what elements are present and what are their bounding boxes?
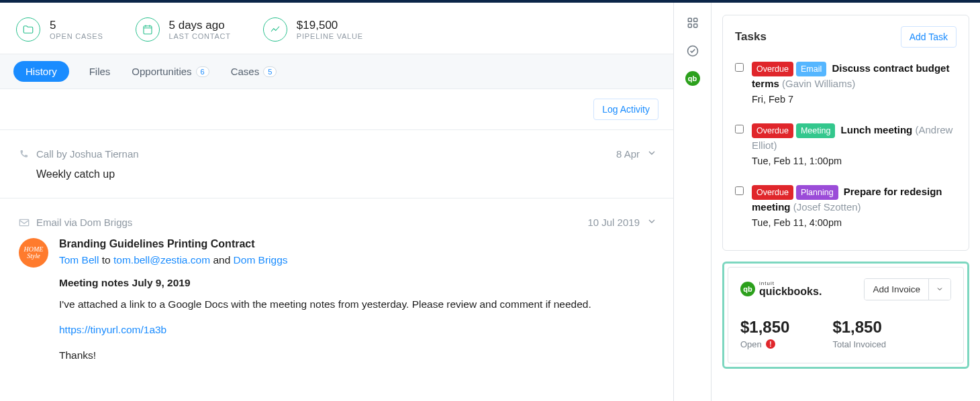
chevron-down-icon[interactable] [646, 216, 657, 229]
task-title: Lunch meeting [838, 124, 915, 135]
tasks-header: Tasks [735, 30, 767, 44]
tab-cases-label: Cases [231, 66, 260, 77]
sender-avatar: HOME Style [19, 238, 48, 268]
task-checkbox[interactable] [735, 125, 744, 133]
feed-item-email[interactable]: Email via Dom Briggs 10 Jul 2019 HOME St… [0, 198, 673, 392]
quickbooks-name: quickbooks. [759, 286, 822, 297]
calendar-icon [136, 17, 160, 42]
svg-rect-5 [693, 24, 697, 27]
email-date: 10 Jul 2019 [587, 217, 640, 228]
check-circle-icon[interactable] [685, 43, 701, 59]
tab-bar: History Files Opportunities 6 Cases 5 [0, 54, 673, 89]
feed-item-call[interactable]: Call by Joshua Tiernan 8 Apr Weekly catc… [0, 130, 673, 198]
feed-actions-row: Log Activity [0, 89, 673, 130]
task-checkbox[interactable] [735, 186, 744, 195]
task-assignee: (Gavin Williams) [782, 78, 855, 89]
mail-icon [19, 219, 31, 227]
task-row[interactable]: OverdueMeeting Lunch meeting (Andrew Ell… [735, 116, 957, 178]
task-date: Fri, Feb 7 [752, 93, 957, 107]
opportunities-count-badge: 6 [196, 66, 209, 77]
email-notes-heading: Meeting notes July 9, 2019 [59, 277, 657, 289]
tag-planning: Planning [796, 185, 838, 200]
tab-cases[interactable]: Cases 5 [230, 62, 279, 81]
last-contact-value: 5 days ago [169, 19, 231, 32]
task-date: Tue, Feb 11, 4:00pm [752, 216, 957, 230]
svg-rect-0 [144, 26, 152, 34]
phone-icon [19, 149, 31, 159]
email-header-text: Email via Dom Briggs [36, 217, 132, 228]
tab-opportunities[interactable]: Opportunities 6 [130, 62, 210, 81]
quickbooks-panel-highlight: qb intuit quickbooks. Add Invoice [722, 262, 969, 369]
quickbooks-panel: qb intuit quickbooks. Add Invoice [728, 267, 964, 363]
quickbooks-logo-mark: qb [740, 282, 755, 296]
task-body: OverdueMeeting Lunch meeting (Andrew Ell… [752, 123, 957, 168]
qb-total-stat: $1,850 Total Invoiced [832, 318, 886, 349]
tasks-card: Tasks Add Task OverdueEmail Discuss cont… [722, 15, 969, 251]
from-name-link[interactable]: Tom Bell [59, 254, 99, 266]
call-header-text: Call by Joshua Tiernan [36, 148, 139, 160]
activity-feed: Call by Joshua Tiernan 8 Apr Weekly catc… [0, 130, 673, 401]
task-assignee: (Josef Szotten) [793, 201, 861, 213]
folder-icon [16, 17, 40, 42]
pipeline-value: $19,500 [297, 19, 363, 32]
main-content: 5 OPEN CASES 5 days ago LAST CONTACT $ [0, 3, 674, 401]
stat-last-contact[interactable]: 5 days ago LAST CONTACT [136, 17, 231, 42]
tab-history[interactable]: History [13, 61, 69, 82]
cc-name-link[interactable]: Dom Briggs [234, 254, 288, 266]
stat-open-cases[interactable]: 5 OPEN CASES [16, 17, 103, 42]
open-cases-label: OPEN CASES [50, 32, 103, 40]
call-date: 8 Apr [616, 148, 640, 160]
tag-meeting: Meeting [796, 123, 835, 138]
stat-pipeline-value[interactable]: $19,500 PIPELINE VALUE [263, 17, 363, 42]
alert-icon: ! [766, 339, 775, 349]
email-subject: Branding Guidelines Printing Contract [59, 238, 657, 250]
qb-total-amount: $1,850 [832, 318, 886, 337]
svg-rect-4 [688, 24, 691, 27]
qb-open-label: Open [740, 339, 762, 349]
task-checkbox[interactable] [735, 63, 744, 72]
log-activity-button[interactable]: Log Activity [593, 99, 658, 120]
qb-total-label: Total Invoiced [832, 339, 886, 349]
pipeline-label: PIPELINE VALUE [297, 32, 363, 40]
quickbooks-logo: qb intuit quickbooks. [740, 281, 822, 297]
tab-files[interactable]: Files [88, 62, 112, 81]
task-date: Tue, Feb 11, 1:00pm [752, 154, 957, 168]
qb-open-amount: $1,850 [740, 318, 789, 337]
task-list: OverdueEmail Discuss contract budget ter… [723, 54, 969, 250]
svg-rect-3 [693, 18, 697, 21]
add-task-button[interactable]: Add Task [901, 26, 957, 48]
open-cases-value: 5 [50, 19, 103, 32]
to-email-link[interactable]: tom.bell@zestia.com [113, 254, 210, 266]
side-rail: qb [674, 3, 712, 401]
trend-icon [263, 17, 287, 42]
right-sidebar: Tasks Add Task OverdueEmail Discuss cont… [712, 3, 980, 401]
chevron-down-icon[interactable] [646, 148, 657, 160]
task-body: OverdueEmail Discuss contract budget ter… [752, 61, 957, 107]
call-title: Weekly catch up [36, 168, 657, 180]
add-invoice-button[interactable]: Add Invoice [865, 279, 928, 300]
email-body-link[interactable]: https://tinyurl.com/1a3b [59, 324, 166, 335]
add-invoice-split-button: Add Invoice [864, 278, 951, 300]
email-body-1: I've attached a link to a Google Docs wi… [59, 298, 657, 310]
summary-stats-row: 5 OPEN CASES 5 days ago LAST CONTACT $ [0, 3, 673, 54]
task-row[interactable]: OverdueEmail Discuss contract budget ter… [735, 54, 957, 116]
svg-rect-1 [19, 219, 28, 225]
email-participants: Tom Bell to tom.bell@zestia.com and Dom … [59, 254, 657, 266]
grid-icon[interactable] [685, 15, 701, 31]
task-row[interactable]: OverduePlanning Prepare for redesign mee… [735, 178, 957, 239]
tag-overdue: Overdue [752, 62, 793, 76]
tag-overdue: Overdue [752, 123, 793, 138]
tag-overdue: Overdue [752, 185, 793, 200]
cases-count-badge: 5 [263, 66, 277, 77]
quickbooks-icon[interactable]: qb [685, 71, 700, 86]
last-contact-label: LAST CONTACT [169, 32, 231, 40]
task-body: OverduePlanning Prepare for redesign mee… [752, 184, 957, 230]
add-invoice-caret[interactable] [928, 279, 950, 300]
email-body-2: Thanks! [59, 349, 657, 361]
tag-email: Email [796, 62, 826, 76]
tab-opportunities-label: Opportunities [132, 66, 191, 77]
qb-open-stat: $1,850 Open ! [740, 318, 789, 349]
svg-rect-2 [688, 18, 691, 21]
